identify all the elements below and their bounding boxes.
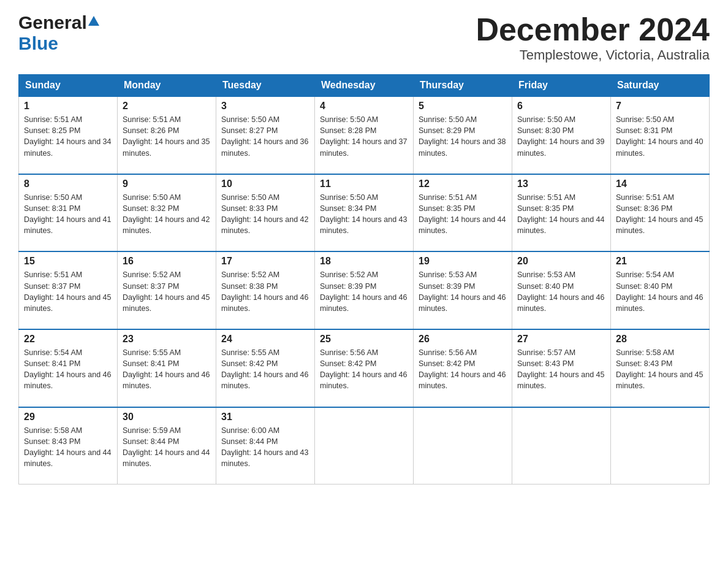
day-number: 24: [221, 334, 309, 345]
calendar-cell: 20 Sunrise: 5:53 AM Sunset: 8:40 PM Dayl…: [512, 251, 611, 329]
day-number: 11: [320, 178, 408, 190]
day-number: 17: [221, 256, 309, 267]
day-number: 9: [123, 178, 211, 190]
calendar-cell: 22 Sunrise: 5:54 AM Sunset: 8:41 PM Dayl…: [19, 329, 118, 407]
day-info: Sunrise: 5:51 AM Sunset: 8:26 PM Dayligh…: [123, 114, 211, 170]
calendar-cell: 21 Sunrise: 5:54 AM Sunset: 8:40 PM Dayl…: [611, 251, 710, 329]
logo-triangle-icon: [88, 15, 99, 26]
day-number: 13: [517, 178, 605, 190]
day-info: Sunrise: 5:50 AM Sunset: 8:33 PM Dayligh…: [221, 192, 309, 248]
calendar-cell: 10 Sunrise: 5:50 AM Sunset: 8:33 PM Dayl…: [216, 174, 315, 252]
day-number: 15: [24, 256, 112, 267]
day-info: Sunrise: 5:58 AM Sunset: 8:43 PM Dayligh…: [616, 347, 704, 403]
header-friday: Friday: [512, 75, 611, 97]
calendar-cell: 7 Sunrise: 5:50 AM Sunset: 8:31 PM Dayli…: [611, 96, 710, 174]
day-number: 4: [320, 101, 408, 112]
logo-general-text: General: [18, 12, 87, 33]
calendar-cell: 15 Sunrise: 5:51 AM Sunset: 8:37 PM Dayl…: [19, 251, 118, 329]
calendar-cell: 12 Sunrise: 5:51 AM Sunset: 8:35 PM Dayl…: [414, 174, 512, 252]
calendar-cell: [414, 407, 512, 484]
logo-combined: General: [18, 12, 99, 33]
calendar-cell: 2 Sunrise: 5:51 AM Sunset: 8:26 PM Dayli…: [118, 96, 216, 174]
day-info: Sunrise: 5:52 AM Sunset: 8:39 PM Dayligh…: [320, 269, 408, 325]
calendar-cell: 11 Sunrise: 5:50 AM Sunset: 8:34 PM Dayl…: [315, 174, 414, 252]
day-number: 29: [24, 412, 112, 423]
day-info: Sunrise: 6:00 AM Sunset: 8:44 PM Dayligh…: [221, 425, 309, 481]
week-row-4: 22 Sunrise: 5:54 AM Sunset: 8:41 PM Dayl…: [19, 329, 710, 407]
day-info: Sunrise: 5:50 AM Sunset: 8:31 PM Dayligh…: [24, 192, 112, 248]
calendar-cell: [315, 407, 414, 484]
logo-blue-text: Blue: [18, 33, 58, 53]
calendar-cell: 6 Sunrise: 5:50 AM Sunset: 8:30 PM Dayli…: [512, 96, 611, 174]
header-sunday: Sunday: [19, 75, 118, 97]
header-tuesday: Tuesday: [216, 75, 315, 97]
day-number: 5: [419, 101, 507, 112]
calendar-cell: 31 Sunrise: 6:00 AM Sunset: 8:44 PM Dayl…: [216, 407, 315, 484]
calendar-cell: 17 Sunrise: 5:52 AM Sunset: 8:38 PM Dayl…: [216, 251, 315, 329]
day-number: 6: [517, 101, 605, 112]
calendar-cell: 27 Sunrise: 5:57 AM Sunset: 8:43 PM Dayl…: [512, 329, 611, 407]
day-info: Sunrise: 5:52 AM Sunset: 8:38 PM Dayligh…: [221, 269, 309, 325]
calendar-cell: 30 Sunrise: 5:59 AM Sunset: 8:44 PM Dayl…: [118, 407, 216, 484]
calendar-cell: 13 Sunrise: 5:51 AM Sunset: 8:35 PM Dayl…: [512, 174, 611, 252]
calendar-cell: 25 Sunrise: 5:56 AM Sunset: 8:42 PM Dayl…: [315, 329, 414, 407]
day-info: Sunrise: 5:52 AM Sunset: 8:37 PM Dayligh…: [123, 269, 211, 325]
day-number: 23: [123, 334, 211, 345]
day-number: 14: [616, 178, 704, 190]
day-info: Sunrise: 5:51 AM Sunset: 8:36 PM Dayligh…: [616, 192, 704, 248]
day-info: Sunrise: 5:51 AM Sunset: 8:25 PM Dayligh…: [24, 114, 112, 170]
day-info: Sunrise: 5:53 AM Sunset: 8:40 PM Dayligh…: [517, 269, 605, 325]
day-number: 2: [123, 101, 211, 112]
page-header: General Blue December 2024 Templestowe, …: [18, 12, 710, 63]
calendar-cell: 24 Sunrise: 5:55 AM Sunset: 8:42 PM Dayl…: [216, 329, 315, 407]
day-number: 26: [419, 334, 507, 345]
day-number: 30: [123, 412, 211, 423]
day-number: 16: [123, 256, 211, 267]
day-info: Sunrise: 5:58 AM Sunset: 8:43 PM Dayligh…: [24, 425, 112, 481]
day-number: 12: [419, 178, 507, 190]
day-info: Sunrise: 5:50 AM Sunset: 8:28 PM Dayligh…: [320, 114, 408, 170]
day-info: Sunrise: 5:57 AM Sunset: 8:43 PM Dayligh…: [517, 347, 605, 403]
calendar-table: SundayMondayTuesdayWednesdayThursdayFrid…: [18, 74, 710, 484]
calendar-cell: 16 Sunrise: 5:52 AM Sunset: 8:37 PM Dayl…: [118, 251, 216, 329]
day-info: Sunrise: 5:51 AM Sunset: 8:35 PM Dayligh…: [419, 192, 507, 248]
day-info: Sunrise: 5:56 AM Sunset: 8:42 PM Dayligh…: [320, 347, 408, 403]
calendar-cell: [611, 407, 710, 484]
day-info: Sunrise: 5:59 AM Sunset: 8:44 PM Dayligh…: [123, 425, 211, 481]
calendar-header-row: SundayMondayTuesdayWednesdayThursdayFrid…: [19, 75, 710, 97]
title-block: December 2024 Templestowe, Victoria, Aus…: [476, 12, 710, 63]
day-info: Sunrise: 5:50 AM Sunset: 8:34 PM Dayligh…: [320, 192, 408, 248]
day-number: 8: [24, 178, 112, 190]
day-number: 7: [616, 101, 704, 112]
calendar-cell: 4 Sunrise: 5:50 AM Sunset: 8:28 PM Dayli…: [315, 96, 414, 174]
day-number: 10: [221, 178, 309, 190]
day-number: 20: [517, 256, 605, 267]
day-info: Sunrise: 5:55 AM Sunset: 8:41 PM Dayligh…: [123, 347, 211, 403]
day-info: Sunrise: 5:55 AM Sunset: 8:42 PM Dayligh…: [221, 347, 309, 403]
week-row-2: 8 Sunrise: 5:50 AM Sunset: 8:31 PM Dayli…: [19, 174, 710, 252]
day-info: Sunrise: 5:50 AM Sunset: 8:32 PM Dayligh…: [123, 192, 211, 248]
day-info: Sunrise: 5:50 AM Sunset: 8:29 PM Dayligh…: [419, 114, 507, 170]
day-info: Sunrise: 5:56 AM Sunset: 8:42 PM Dayligh…: [419, 347, 507, 403]
calendar-cell: 8 Sunrise: 5:50 AM Sunset: 8:31 PM Dayli…: [19, 174, 118, 252]
day-info: Sunrise: 5:53 AM Sunset: 8:39 PM Dayligh…: [419, 269, 507, 325]
logo-blue-row: Blue: [18, 33, 58, 54]
day-number: 3: [221, 101, 309, 112]
day-number: 18: [320, 256, 408, 267]
calendar-subtitle: Templestowe, Victoria, Australia: [476, 47, 710, 63]
day-info: Sunrise: 5:51 AM Sunset: 8:35 PM Dayligh…: [517, 192, 605, 248]
day-info: Sunrise: 5:50 AM Sunset: 8:30 PM Dayligh…: [517, 114, 605, 170]
day-number: 28: [616, 334, 704, 345]
week-row-3: 15 Sunrise: 5:51 AM Sunset: 8:37 PM Dayl…: [19, 251, 710, 329]
day-info: Sunrise: 5:51 AM Sunset: 8:37 PM Dayligh…: [24, 269, 112, 325]
day-number: 25: [320, 334, 408, 345]
day-info: Sunrise: 5:50 AM Sunset: 8:27 PM Dayligh…: [221, 114, 309, 170]
calendar-cell: 29 Sunrise: 5:58 AM Sunset: 8:43 PM Dayl…: [19, 407, 118, 484]
header-saturday: Saturday: [611, 75, 710, 97]
calendar-cell: 1 Sunrise: 5:51 AM Sunset: 8:25 PM Dayli…: [19, 96, 118, 174]
calendar-cell: 3 Sunrise: 5:50 AM Sunset: 8:27 PM Dayli…: [216, 96, 315, 174]
calendar-title: December 2024: [476, 12, 710, 47]
calendar-cell: 26 Sunrise: 5:56 AM Sunset: 8:42 PM Dayl…: [414, 329, 512, 407]
day-number: 27: [517, 334, 605, 345]
calendar-cell: 19 Sunrise: 5:53 AM Sunset: 8:39 PM Dayl…: [414, 251, 512, 329]
